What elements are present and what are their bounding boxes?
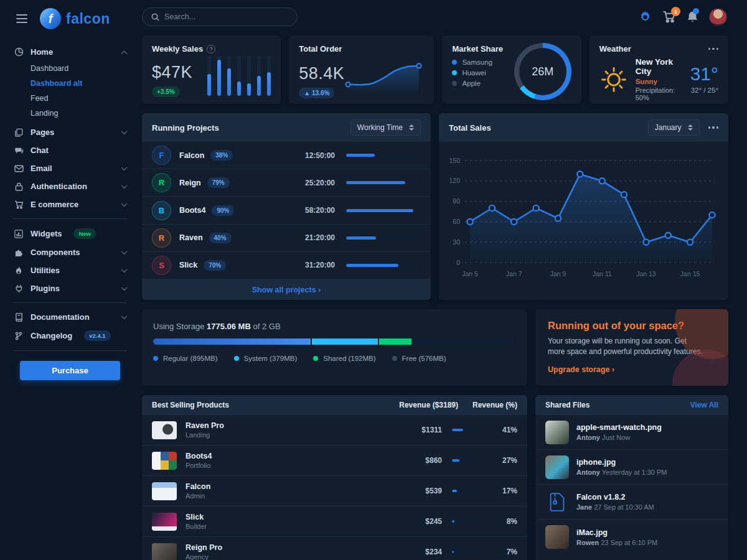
project-percent-badge: 38% (210, 150, 233, 161)
legend-dot (313, 356, 318, 361)
list-item[interactable]: iMac.jpg Rowen 23 Sep at 6:10 PM (535, 520, 728, 554)
column-header-revenue: Revenue ($3189) (390, 401, 458, 409)
weather-condition: Sunny (636, 78, 683, 85)
book-icon (14, 313, 24, 322)
file-time: 27 Sep at 10:30 AM (594, 503, 654, 511)
table-row[interactable]: SlickBuilder $245 8% (142, 506, 527, 537)
sidebar-item-landing[interactable]: Landing (31, 106, 140, 121)
legend-dot (392, 356, 397, 361)
storage-promo-card: Running out of your space? Your storage … (535, 309, 728, 386)
sidebar-item-plugins[interactable]: Plugins (0, 279, 140, 297)
sidebar-item-ecommerce[interactable]: E commerce (0, 195, 140, 213)
upgrade-storage-link[interactable]: Upgrade storage › (548, 365, 614, 374)
code-branch-icon (14, 332, 24, 340)
dashboard-page: { "brand": { "name": "falcon" }, "topbar… (0, 0, 747, 560)
project-row[interactable]: B Boots4 90% 58:20:00 (142, 197, 431, 224)
list-item[interactable]: Falcon v1.8.2 Jane 27 Sep at 10:30 AM (535, 485, 728, 520)
table-row[interactable]: Reign ProAgency $234 7% (142, 537, 527, 560)
card-menu-icon[interactable] (708, 45, 719, 53)
brand-name: falcon (66, 11, 110, 27)
total-order-line-chart (344, 56, 424, 98)
market-share-donut-chart: 26M (514, 43, 571, 100)
project-row[interactable]: S Slick 70% 31:20:00 (142, 252, 431, 279)
svg-text:Jan 7: Jan 7 (506, 270, 522, 278)
project-avatar: S (152, 256, 171, 275)
bell-icon[interactable] (687, 11, 698, 23)
sidebar-item-dashboard-alt[interactable]: Dashboard alt (31, 76, 140, 91)
sidebar-item-dashboard[interactable]: Dashboard (31, 61, 140, 76)
sidebar-item-authentication[interactable]: Authentication (0, 177, 140, 195)
table-row[interactable]: FalconAdmin $539 17% (142, 476, 527, 506)
card-title: Shared Files (545, 401, 590, 409)
settings-gear-icon[interactable] (639, 11, 652, 24)
product-thumbnail (152, 543, 177, 560)
sidebar-item-chat[interactable]: Chat (0, 141, 140, 159)
hamburger-menu-icon[interactable] (14, 12, 30, 26)
sidebar-item-documentation[interactable]: Documentation (0, 308, 140, 326)
user-avatar[interactable] (709, 8, 727, 26)
brand-logo[interactable]: f falcon (40, 8, 110, 29)
svg-text:60: 60 (453, 218, 460, 225)
card-title: Market Share (452, 44, 503, 54)
project-row[interactable]: R Raven 40% 21:20:00 (142, 225, 431, 252)
sidebar-item-changelog[interactable]: Changelog v2.4.1 (0, 326, 140, 345)
search-input[interactable] (164, 12, 288, 21)
project-row[interactable]: R Reign 79% 25:20:00 (142, 169, 431, 197)
sidebar-item-pages[interactable]: Pages (0, 123, 140, 141)
purchase-button[interactable]: Purchase (20, 361, 120, 380)
chevron-down-icon (121, 200, 128, 207)
weekly-sales-badge: +3.5% (152, 86, 180, 97)
project-row[interactable]: F Falcon 38% 12:50:00 (142, 142, 431, 169)
working-time-select[interactable]: Working Time (350, 119, 421, 136)
cart-icon[interactable]: 1 (662, 11, 676, 23)
sidebar-item-feed[interactable]: Feed (31, 91, 140, 106)
show-all-projects-link[interactable]: Show all projects › (252, 286, 321, 294)
weekly-sales-bar-chart (207, 56, 271, 96)
sidebar-item-components[interactable]: Components (0, 243, 140, 261)
table-row[interactable]: Boots4Portfolio $860 27% (142, 446, 527, 476)
project-progress-bar (346, 181, 421, 184)
storage-segment (379, 338, 413, 345)
file-author: Antony (576, 469, 600, 476)
card-menu-icon[interactable] (708, 124, 719, 131)
product-revenue: $1311 (398, 426, 442, 434)
chevron-down-icon (121, 266, 128, 273)
search-box[interactable] (142, 7, 298, 26)
view-all-link[interactable]: View All (690, 401, 718, 409)
pie-chart-icon (14, 47, 24, 57)
list-item[interactable]: apple-smart-watch.png Antony Just Now (535, 415, 728, 450)
chevron-down-icon (121, 313, 128, 319)
file-author: Jane (576, 503, 592, 511)
running-projects-card: Running Projects Working Time F Falcon 3… (142, 113, 431, 300)
zip-file-icon (545, 490, 569, 514)
table-row[interactable]: Raven ProLanding $1311 41% (142, 415, 527, 446)
project-time: 58:20:00 (305, 206, 335, 215)
card-title: Total Sales (449, 123, 491, 133)
sidebar-item-utilities[interactable]: Utilities (0, 261, 140, 279)
list-item[interactable]: iphone.jpg Antony Yesterday at 1:30 PM (535, 450, 728, 485)
legend-dot (452, 81, 457, 86)
file-thumbnail (545, 455, 569, 479)
divider (13, 302, 127, 303)
sidebar-item-widgets[interactable]: Widgets New (0, 224, 140, 243)
avatar-image (709, 8, 727, 26)
sidebar-item-email[interactable]: Email (0, 159, 140, 177)
card-title: Weather (599, 44, 631, 54)
table-title: Best Selling Products (152, 401, 229, 409)
search-icon (151, 13, 159, 21)
product-percent: 41% (480, 426, 517, 434)
total-order-value: 58.4K (299, 64, 344, 83)
project-progress-bar (346, 236, 421, 240)
project-percent-badge: 40% (209, 233, 232, 243)
bar-chart-icon (14, 230, 24, 238)
file-author: Rowen (576, 539, 599, 546)
sidebar-item-home[interactable]: Home (0, 43, 140, 61)
new-badge: New (73, 228, 96, 239)
month-select[interactable]: January (648, 119, 700, 136)
legend-dot (452, 70, 457, 75)
weather-city: New York City (636, 57, 683, 76)
divider (13, 350, 127, 351)
revenue-progress-bar (452, 459, 480, 462)
sort-icon (409, 124, 414, 131)
info-icon[interactable]: ? (207, 45, 215, 54)
